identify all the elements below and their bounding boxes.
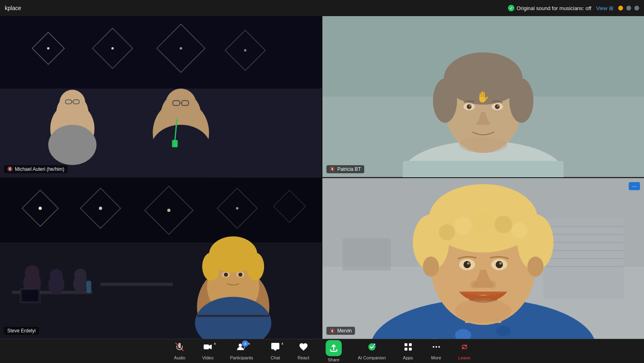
svg-point-34 bbox=[509, 79, 533, 123]
svg-rect-65 bbox=[87, 280, 91, 292]
ai-companion-label: AI Companion bbox=[358, 355, 386, 360]
apps-button[interactable]: Apps bbox=[394, 340, 422, 362]
svg-rect-26 bbox=[172, 140, 178, 147]
maximize-button[interactable] bbox=[626, 6, 631, 10]
video-cell-steve: Steve Erdelyi bbox=[0, 178, 322, 339]
svg-point-101 bbox=[494, 215, 512, 233]
svg-marker-116 bbox=[209, 344, 212, 349]
sound-indicator: ✓ Original sound for musicians: off bbox=[508, 5, 591, 11]
svg-point-39 bbox=[469, 105, 471, 107]
svg-rect-56 bbox=[101, 282, 173, 286]
svg-point-110 bbox=[499, 262, 502, 264]
share-label: Share bbox=[328, 357, 339, 362]
app-title: kplace bbox=[5, 5, 21, 11]
svg-point-112 bbox=[488, 280, 496, 288]
svg-point-53 bbox=[236, 207, 238, 209]
participants-button[interactable]: 4 ▲ Participants bbox=[222, 340, 261, 362]
chat-button[interactable]: ▲ Chat bbox=[261, 340, 289, 362]
participant-name-michael: Michael Auteri (he/him) bbox=[15, 166, 64, 172]
participant-label-michael: 🔇 Michael Auteri (he/him) bbox=[4, 165, 68, 173]
svg-point-109 bbox=[467, 262, 470, 264]
ai-companion-icon bbox=[367, 342, 377, 354]
apps-icon bbox=[403, 342, 413, 354]
svg-point-102 bbox=[511, 222, 527, 238]
sound-status-label: Original sound for musicians: off bbox=[517, 5, 591, 11]
chat-caret-icon: ▲ bbox=[281, 341, 284, 345]
svg-point-60 bbox=[50, 269, 63, 282]
svg-point-9 bbox=[244, 49, 246, 52]
ai-companion-button[interactable]: AI Companion bbox=[350, 340, 394, 362]
video-label: Video bbox=[202, 355, 213, 360]
svg-point-51 bbox=[99, 206, 102, 210]
svg-point-76 bbox=[238, 272, 242, 276]
svg-point-20 bbox=[165, 89, 196, 119]
svg-rect-115 bbox=[204, 344, 209, 349]
react-label: React bbox=[298, 355, 310, 360]
video-button[interactable]: ▲ Video bbox=[194, 340, 222, 362]
audio-button[interactable]: Audio bbox=[165, 340, 194, 362]
chat-label: Chat bbox=[270, 355, 280, 360]
participant-label-mervin: 🔇 Mervin bbox=[326, 327, 355, 335]
title-bar: kplace ✓ Original sound for musicians: o… bbox=[0, 0, 644, 16]
mute-icon-mervin: 🔇 bbox=[330, 328, 335, 334]
svg-rect-124 bbox=[409, 348, 412, 351]
svg-point-58 bbox=[25, 265, 39, 280]
window-controls bbox=[618, 6, 639, 10]
svg-point-17 bbox=[48, 125, 97, 165]
react-button[interactable]: React bbox=[289, 340, 318, 362]
svg-point-125 bbox=[433, 346, 434, 348]
svg-point-100 bbox=[473, 212, 493, 232]
svg-rect-77 bbox=[197, 315, 269, 317]
svg-point-117 bbox=[239, 344, 242, 347]
minimize-button[interactable] bbox=[618, 6, 623, 10]
svg-point-40 bbox=[497, 105, 499, 107]
share-icon bbox=[326, 340, 342, 356]
video-grid: 🔇 Michael Auteri (he/him) bbox=[0, 16, 644, 339]
mute-icon-michael: 🔇 bbox=[7, 166, 13, 172]
more-icon bbox=[431, 342, 441, 354]
audio-label: Audio bbox=[174, 355, 185, 360]
view-button[interactable]: View ⊞ bbox=[596, 5, 613, 11]
svg-point-62 bbox=[74, 268, 87, 280]
participant-name-patricia: Patricia BT bbox=[337, 166, 361, 172]
svg-point-38 bbox=[495, 104, 500, 109]
svg-point-6 bbox=[47, 47, 50, 50]
participant-label-steve: Steve Erdelyi bbox=[4, 327, 39, 335]
participants-label: Participants bbox=[230, 355, 253, 360]
svg-rect-121 bbox=[405, 343, 407, 346]
participant-name-mervin: Mervin bbox=[337, 328, 352, 334]
svg-point-104 bbox=[527, 256, 543, 276]
participant-name-steve: Steve Erdelyi bbox=[7, 328, 36, 334]
svg-point-99 bbox=[454, 216, 472, 234]
svg-point-126 bbox=[436, 346, 437, 348]
svg-point-7 bbox=[111, 47, 114, 50]
video-caret-icon: ▲ bbox=[213, 341, 217, 345]
video-cell-patricia: 🔇 Patricia BT ✋ bbox=[322, 16, 644, 177]
share-button[interactable]: Share bbox=[318, 338, 350, 363]
svg-point-107 bbox=[464, 261, 471, 268]
react-icon bbox=[299, 342, 308, 354]
participants-caret-icon: ▲ bbox=[247, 341, 251, 345]
more-options-button-mervin[interactable]: ··· bbox=[629, 182, 640, 190]
svg-point-113 bbox=[455, 299, 512, 323]
mute-icon-patricia: 🔇 bbox=[330, 166, 335, 172]
svg-point-75 bbox=[224, 272, 228, 276]
svg-point-13 bbox=[60, 90, 85, 116]
svg-point-111 bbox=[471, 280, 479, 288]
leave-button[interactable]: Leave bbox=[450, 340, 479, 362]
video-icon: ▲ bbox=[203, 342, 213, 354]
svg-rect-42 bbox=[403, 161, 564, 177]
leave-icon bbox=[460, 342, 469, 354]
svg-rect-80 bbox=[343, 238, 391, 270]
svg-point-91 bbox=[496, 326, 510, 336]
close-button[interactable] bbox=[634, 6, 639, 10]
svg-point-50 bbox=[39, 206, 42, 210]
svg-point-98 bbox=[439, 224, 455, 240]
apps-label: Apps bbox=[403, 355, 413, 360]
svg-point-72 bbox=[246, 252, 264, 280]
svg-rect-44 bbox=[0, 178, 322, 243]
more-button[interactable]: More bbox=[422, 340, 450, 362]
audio-icon bbox=[175, 342, 184, 354]
svg-rect-64 bbox=[22, 290, 38, 301]
svg-point-33 bbox=[433, 79, 457, 123]
